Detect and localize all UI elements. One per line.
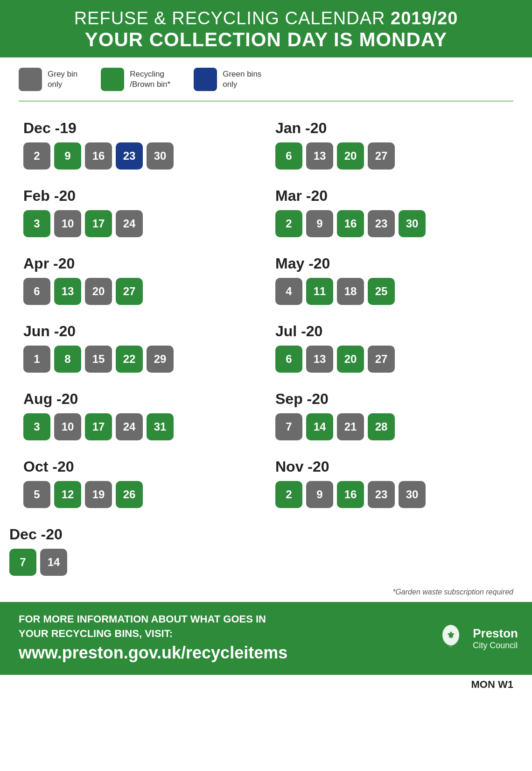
preston-logo-icon: ⚜ bbox=[434, 622, 467, 655]
dates-row-oct-20: 5121926 bbox=[23, 481, 257, 508]
date-badge: 27 bbox=[368, 346, 395, 373]
month-title-jun-20: Jun -20 bbox=[23, 323, 257, 340]
footer-line1: FOR MORE INFORMATION ABOUT WHAT GOES IN bbox=[19, 612, 287, 627]
bottom-code-bar: MON W1 bbox=[0, 675, 532, 694]
section-divider bbox=[19, 100, 513, 102]
date-badge: 31 bbox=[147, 413, 174, 440]
date-badge: 17 bbox=[85, 210, 112, 237]
mon-w1-code: MON W1 bbox=[471, 679, 513, 690]
legend-green-bins: Green binsonly bbox=[194, 68, 261, 91]
month-block-oct-20: Oct -205121926 bbox=[14, 450, 266, 517]
logo-brand: Preston bbox=[473, 626, 518, 641]
collection-day-subtitle: YOUR COLLECTION DAY IS MONDAY bbox=[14, 28, 518, 51]
dates-row-may-20: 4111825 bbox=[275, 278, 509, 305]
date-badge: 2 bbox=[275, 481, 302, 508]
logo-text-block: Preston City Council bbox=[473, 626, 518, 651]
month-block-apr-20: Apr -206132027 bbox=[14, 247, 266, 314]
date-badge: 13 bbox=[306, 142, 333, 170]
legend-grey-bin: Grey binonly bbox=[19, 68, 77, 91]
month-block-dec-19: Dec -1929162330 bbox=[14, 111, 266, 179]
date-badge: 30 bbox=[399, 481, 426, 508]
date-badge: 7 bbox=[275, 413, 302, 440]
dates-row-jun-20: 18152229 bbox=[23, 346, 257, 373]
footnote: *Garden waste subscription required bbox=[0, 585, 532, 597]
month-block-mar-20: Mar -2029162330 bbox=[266, 179, 518, 247]
title-prefix: REFUSE & RECYCLING CALENDAR bbox=[74, 8, 391, 28]
date-badge: 13 bbox=[306, 346, 333, 373]
date-badge: 12 bbox=[54, 481, 81, 508]
date-badge: 20 bbox=[337, 346, 364, 373]
date-badge: 22 bbox=[116, 346, 143, 373]
date-badge: 16 bbox=[85, 142, 112, 170]
date-badge: 23 bbox=[368, 210, 395, 237]
date-badge: 7 bbox=[9, 549, 36, 576]
date-badge: 27 bbox=[368, 142, 395, 170]
footer-text-block: FOR MORE INFORMATION ABOUT WHAT GOES IN … bbox=[19, 612, 287, 665]
month-title-feb-20: Feb -20 bbox=[23, 187, 257, 205]
month-title-jul-20: Jul -20 bbox=[275, 323, 509, 340]
green-bin-icon bbox=[101, 68, 124, 91]
date-badge: 5 bbox=[23, 481, 50, 508]
date-badge: 6 bbox=[23, 278, 50, 305]
dates-row-sep-20: 7142128 bbox=[275, 413, 509, 440]
month-block-jun-20: Jun -2018152229 bbox=[14, 314, 266, 382]
footer-logo: ⚜ Preston City Council bbox=[434, 622, 518, 655]
month-block-jan-20: Jan -206132027 bbox=[266, 111, 518, 179]
recycling-bin-label: Recycling/Brown bin* bbox=[130, 69, 170, 90]
date-badge: 24 bbox=[116, 210, 143, 237]
date-badge: 16 bbox=[337, 481, 364, 508]
date-badge: 13 bbox=[54, 278, 81, 305]
month-title-dec20: Dec -20 bbox=[9, 526, 523, 543]
footer-banner: FOR MORE INFORMATION ABOUT WHAT GOES IN … bbox=[0, 602, 532, 675]
date-badge: 3 bbox=[23, 413, 50, 440]
date-badge: 30 bbox=[399, 210, 426, 237]
month-title-aug-20: Aug -20 bbox=[23, 390, 257, 408]
month-block-sep-20: Sep -207142128 bbox=[266, 382, 518, 450]
date-badge: 17 bbox=[85, 413, 112, 440]
date-badge: 21 bbox=[337, 413, 364, 440]
dec20-block: Dec -20714 bbox=[0, 517, 532, 585]
month-title-apr-20: Apr -20 bbox=[23, 255, 257, 272]
date-badge: 10 bbox=[54, 413, 81, 440]
date-badge: 24 bbox=[116, 413, 143, 440]
page-title: REFUSE & RECYCLING CALENDAR 2019/20 bbox=[14, 8, 518, 28]
date-badge: 14 bbox=[306, 413, 333, 440]
date-badge: 23 bbox=[368, 481, 395, 508]
dates-row-nov-20: 29162330 bbox=[275, 481, 509, 508]
date-badge: 23 bbox=[116, 142, 143, 170]
dates-row-jul-20: 6132027 bbox=[275, 346, 509, 373]
dates-row-aug-20: 310172431 bbox=[23, 413, 257, 440]
month-block-may-20: May -204111825 bbox=[266, 247, 518, 314]
date-badge: 16 bbox=[337, 210, 364, 237]
date-badge: 2 bbox=[23, 142, 50, 170]
grey-bin-label: Grey binonly bbox=[48, 69, 77, 90]
legend-recycling-bin: Recycling/Brown bin* bbox=[101, 68, 170, 91]
blue-bin-icon bbox=[194, 68, 217, 91]
date-badge: 1 bbox=[23, 346, 50, 373]
date-badge: 6 bbox=[275, 346, 302, 373]
date-badge: 26 bbox=[116, 481, 143, 508]
month-title-jan-20: Jan -20 bbox=[275, 120, 509, 137]
date-badge: 29 bbox=[147, 346, 174, 373]
date-badge: 9 bbox=[306, 210, 333, 237]
date-badge: 19 bbox=[85, 481, 112, 508]
date-badge: 27 bbox=[116, 278, 143, 305]
svg-text:⚜: ⚜ bbox=[447, 630, 455, 640]
month-title-nov-20: Nov -20 bbox=[275, 458, 509, 475]
date-badge: 4 bbox=[275, 278, 302, 305]
legend-section: Grey binonly Recycling/Brown bin* Green … bbox=[0, 57, 532, 96]
grey-bin-icon bbox=[19, 68, 42, 91]
footer-url: www.preston.gov.uk/recycleitems bbox=[19, 641, 287, 665]
dates-row-jan-20: 6132027 bbox=[275, 142, 509, 170]
green-bins-label: Green binsonly bbox=[223, 69, 261, 90]
month-block-nov-20: Nov -2029162330 bbox=[266, 450, 518, 517]
dates-row-apr-20: 6132027 bbox=[23, 278, 257, 305]
month-title-oct-20: Oct -20 bbox=[23, 458, 257, 475]
footer-line2: YOUR RECYCLING BINS, VISIT: bbox=[19, 627, 287, 641]
calendar-grid: Dec -1929162330Jan -206132027Feb -203101… bbox=[0, 111, 532, 517]
header-banner: REFUSE & RECYCLING CALENDAR 2019/20 YOUR… bbox=[0, 0, 532, 57]
logo-subtitle: City Council bbox=[473, 641, 518, 651]
month-block-aug-20: Aug -20310172431 bbox=[14, 382, 266, 450]
date-badge: 3 bbox=[23, 210, 50, 237]
date-badge: 30 bbox=[147, 142, 174, 170]
